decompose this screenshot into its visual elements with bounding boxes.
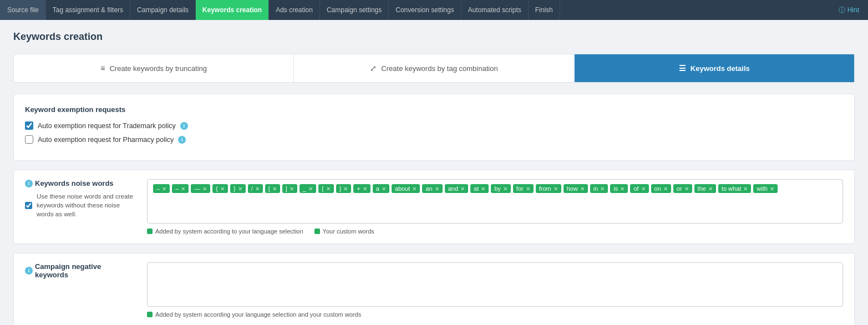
noise-tag[interactable]: with✕: [753, 184, 778, 193]
noise-tag[interactable]: or✕: [673, 184, 692, 193]
tag-remove-icon[interactable]: ✕: [708, 186, 713, 192]
neg-legend: Added by system according your language …: [147, 311, 843, 318]
tag-remove-icon[interactable]: ✕: [554, 186, 558, 192]
nav-item-conversion-settings[interactable]: Conversion settings: [389, 0, 461, 20]
noise-tag[interactable]: and✕: [445, 184, 468, 193]
tab-keywords-details[interactable]: ☰ Keywords details: [575, 54, 854, 82]
noise-tag[interactable]: how✕: [564, 184, 588, 193]
tab-keywords-details-label: Keywords details: [691, 64, 750, 73]
tag-remove-icon[interactable]: ✕: [580, 186, 585, 192]
tag-remove-icon[interactable]: ✕: [363, 186, 367, 192]
noise-tag[interactable]: for✕: [513, 184, 534, 193]
neg-info-icon[interactable]: i: [25, 267, 33, 275]
noise-tag[interactable]: /✕: [248, 184, 263, 193]
pharmacy-checkbox[interactable]: [25, 135, 33, 144]
noise-tag[interactable]: on✕: [651, 184, 671, 193]
page-title: Keywords creation: [13, 31, 855, 43]
tag-remove-icon[interactable]: ✕: [290, 186, 294, 192]
noise-tag[interactable]: of✕: [630, 184, 648, 193]
nav-item-automated-scripts[interactable]: Automated scripts: [461, 0, 529, 20]
noise-tag[interactable]: from✕: [536, 184, 561, 193]
tag-remove-icon[interactable]: ✕: [663, 186, 668, 192]
tag-remove-icon[interactable]: ✕: [308, 186, 313, 192]
tag-remove-icon[interactable]: ✕: [272, 186, 277, 192]
neg-tags-box[interactable]: [147, 262, 843, 307]
noise-tag[interactable]: }✕: [336, 184, 352, 193]
noise-section: i Keywords noise words Use these noise w…: [13, 170, 855, 244]
noise-checkbox[interactable]: [25, 201, 32, 210]
info-circle-icon: ⓘ: [839, 6, 845, 15]
noise-tag[interactable]: in✕: [590, 184, 608, 193]
tag-remove-icon[interactable]: ✕: [481, 186, 485, 192]
tab-tag-combination[interactable]: ⤢ Create keywords by tag combination: [294, 54, 574, 82]
trademark-row: Auto exemption request for Trademark pol…: [25, 121, 843, 130]
tab-truncating[interactable]: ≡ Create keywords by truncating: [14, 54, 294, 82]
tag-remove-icon[interactable]: ✕: [326, 186, 331, 192]
neg-section: i Campaign negative keywords Added by sy…: [13, 253, 855, 325]
noise-left-panel: i Keywords noise words Use these noise w…: [25, 179, 136, 224]
trademark-checkbox[interactable]: [25, 121, 33, 130]
tag-remove-icon[interactable]: ✕: [743, 186, 748, 192]
noise-tag[interactable]: [✕: [265, 184, 280, 193]
neg-legend-label: Added by system according your language …: [155, 311, 361, 318]
tag-remove-icon[interactable]: ✕: [684, 186, 689, 192]
nav-item-tag-assignment[interactable]: Tag assignment & filters: [46, 0, 130, 20]
tag-remove-icon[interactable]: ✕: [162, 186, 166, 192]
noise-tag[interactable]: an✕: [422, 184, 442, 193]
tag-remove-icon[interactable]: ✕: [460, 186, 465, 192]
tag-remove-icon[interactable]: ✕: [238, 186, 242, 192]
neg-right-panel: Added by system according your language …: [147, 262, 843, 318]
tag-remove-icon[interactable]: ✕: [526, 186, 530, 192]
noise-tag[interactable]: by✕: [491, 184, 511, 193]
tag-remove-icon[interactable]: ✕: [220, 186, 225, 192]
noise-checkbox-row: Use these noise words and create keyword…: [25, 192, 136, 219]
neg-legend-dot: [147, 312, 153, 317]
pharmacy-info-icon[interactable]: i: [178, 136, 186, 144]
nav-item-campaign-details[interactable]: Campaign details: [130, 0, 196, 20]
tag-remove-icon[interactable]: ✕: [620, 186, 625, 192]
legend-dot-system: [147, 228, 153, 234]
tag-remove-icon[interactable]: ✕: [181, 186, 185, 192]
tag-remove-icon[interactable]: ✕: [202, 186, 207, 192]
nav-item-finish[interactable]: Finish: [529, 0, 560, 20]
noise-tag[interactable]: is✕: [610, 184, 628, 193]
nav-item-ads-creation[interactable]: Ads creation: [269, 0, 320, 20]
nav-item-keywords-creation[interactable]: Keywords creation: [196, 0, 269, 20]
hint-label: Hint: [847, 6, 859, 14]
pharmacy-label: Auto exemption request for Pharmacy poli…: [38, 136, 174, 144]
tag-remove-icon[interactable]: ✕: [412, 186, 417, 192]
noise-tag[interactable]: a✕: [373, 184, 389, 193]
trademark-info-icon[interactable]: i: [180, 122, 188, 130]
tags-container[interactable]: –✕–✕—✕{✕}✕/✕[✕]✕_✕{✕}✕+✕a✕about✕an✕and✕a…: [147, 179, 843, 224]
tag-remove-icon[interactable]: ✕: [600, 186, 605, 192]
tag-remove-icon[interactable]: ✕: [770, 186, 774, 192]
noise-tag[interactable]: to what✕: [718, 184, 751, 193]
hint-button[interactable]: ⓘ Hint: [830, 6, 868, 15]
tag-remove-icon[interactable]: ✕: [382, 186, 386, 192]
noise-tag[interactable]: {✕: [212, 184, 228, 193]
tag-remove-icon[interactable]: ✕: [255, 186, 260, 192]
noise-tag[interactable]: {✕: [318, 184, 334, 193]
noise-tag[interactable]: –✕: [172, 184, 189, 193]
tag-remove-icon[interactable]: ✕: [503, 186, 507, 192]
top-nav: Source file Tag assignment & filters Cam…: [0, 0, 868, 20]
noise-tag[interactable]: +✕: [353, 184, 370, 193]
noise-tag[interactable]: at✕: [470, 184, 489, 193]
neg-title: i Campaign negative keywords: [25, 262, 136, 279]
legend-dot-custom: [314, 228, 320, 234]
noise-tag[interactable]: about✕: [392, 184, 420, 193]
tag-remove-icon[interactable]: ✕: [641, 186, 646, 192]
noise-tag[interactable]: }✕: [230, 184, 246, 193]
noise-tag[interactable]: ]✕: [282, 184, 297, 193]
noise-tag[interactable]: –✕: [153, 184, 170, 193]
nav-item-source-file[interactable]: Source file: [0, 0, 46, 20]
noise-tag[interactable]: _✕: [300, 184, 316, 193]
noise-tag[interactable]: the✕: [694, 184, 716, 193]
tag-remove-icon[interactable]: ✕: [435, 186, 439, 192]
exemption-section: Keyword exemption requests Auto exemptio…: [13, 94, 855, 161]
noise-tag[interactable]: —✕: [191, 184, 210, 193]
tag-remove-icon[interactable]: ✕: [343, 186, 348, 192]
noise-info-icon[interactable]: i: [25, 180, 33, 187]
nav-item-campaign-settings[interactable]: Campaign settings: [320, 0, 389, 20]
truncating-icon: ≡: [100, 64, 105, 73]
